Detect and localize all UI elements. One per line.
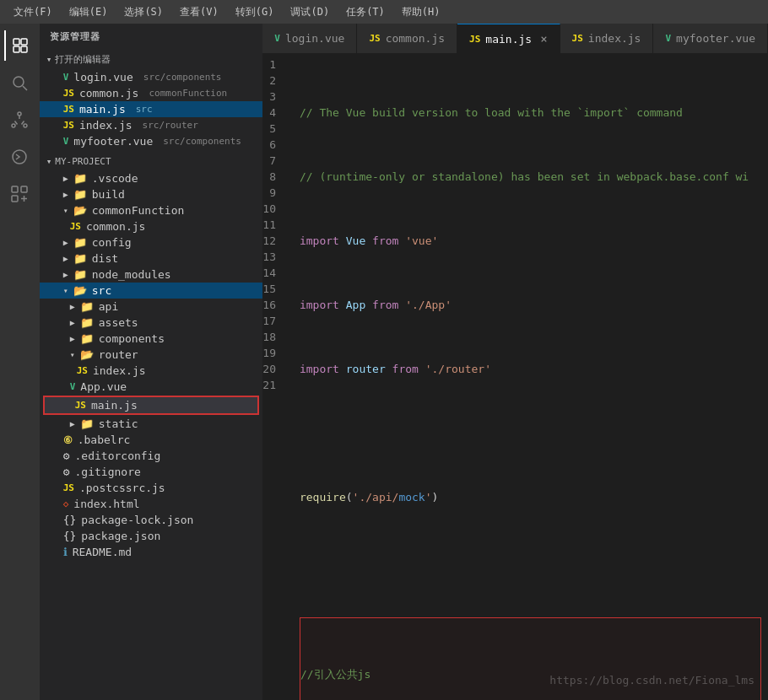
str-vue: 'vue' [405, 234, 438, 247]
tab-index-js[interactable]: JS index.js [560, 24, 654, 53]
line-num-16: 16 [262, 297, 286, 313]
menu-goto[interactable]: 转到(G) [229, 3, 281, 21]
js-icon: JS [572, 33, 583, 44]
chevron-right-icon: ▶ [70, 334, 75, 343]
code-line-5: import router from './router' [300, 361, 768, 377]
plain [339, 299, 346, 311]
svg-rect-3 [21, 46, 27, 52]
folder-static[interactable]: ▶ 📁 static [40, 416, 263, 432]
code-line-3: import Vue from 'vue' [300, 233, 768, 249]
file-name: .editorconfig [75, 450, 161, 462]
menu-file[interactable]: 文件(F) [7, 3, 59, 21]
folder-open-icon: 📂 [73, 284, 87, 297]
folder-dist[interactable]: ▶ 📁 dist [40, 250, 263, 267]
file-postcssrc[interactable]: JS .postcssrc.js [40, 480, 263, 496]
comment-text: // The Vue build version to load with th… [300, 106, 683, 119]
file-name: common.js [86, 220, 145, 233]
js-icon: JS [369, 33, 380, 44]
plain [365, 234, 372, 247]
code-content[interactable]: // The Vue build version to load with th… [286, 53, 768, 700]
folder-name: config [92, 236, 132, 249]
file-babelrc[interactable]: ⑥ .babelrc [40, 432, 263, 448]
menu-view[interactable]: 查看(V) [173, 3, 225, 21]
tab-label: common.js [386, 32, 445, 45]
comment-text: // (runtime-only or standalone) has been… [300, 170, 749, 183]
folder-name: assets [99, 316, 138, 329]
svg-point-4 [14, 77, 24, 87]
folder-icon: 📁 [73, 236, 87, 249]
tab-main-js[interactable]: JS main.js × [457, 24, 560, 53]
chevron-right-icon: ▶ [70, 318, 75, 327]
folder-commonfunction[interactable]: ▾ 📂 commonFunction [40, 202, 263, 218]
file-editorconfig[interactable]: ⚙ .editorconfig [40, 448, 263, 464]
folder-node-modules[interactable]: ▶ 📁 node_modules [40, 267, 263, 283]
plain [339, 234, 346, 247]
explorer-icon[interactable] [4, 30, 35, 61]
open-editor-main-js[interactable]: JS main.js src [40, 101, 263, 117]
file-common-js[interactable]: JS common.js [40, 218, 263, 234]
line-num-5: 5 [262, 121, 286, 137]
menu-debug[interactable]: 调试(D) [284, 3, 336, 21]
debug-icon[interactable] [4, 142, 35, 172]
file-name: common.js [79, 87, 138, 100]
svg-rect-0 [14, 39, 19, 45]
file-package-lock-json[interactable]: {} package-lock.json [40, 512, 263, 528]
code-line-2: // (runtime-only or standalone) has been… [300, 169, 768, 185]
folder-build[interactable]: ▶ 📁 build [40, 186, 263, 202]
menu-task[interactable]: 任务(T) [339, 3, 392, 21]
line-num-9: 9 [262, 185, 286, 201]
file-package-json[interactable]: {} package.json [40, 528, 263, 544]
line-num-3: 3 [262, 89, 286, 105]
menu-help[interactable]: 帮助(H) [395, 3, 447, 21]
file-app-vue[interactable]: V App.vue [40, 379, 263, 395]
tab-login-vue[interactable]: V login.vue [262, 24, 357, 53]
menu-edit[interactable]: 编辑(E) [62, 3, 115, 21]
tab-common-js[interactable]: JS common.js [357, 24, 457, 53]
folder-config[interactable]: ▶ 📁 config [40, 234, 263, 250]
folder-components[interactable]: ▶ 📁 components [40, 331, 263, 347]
kw-import: import [300, 299, 339, 311]
tab-label: index.js [588, 32, 641, 45]
tab-myfooter-vue[interactable]: V myfooter.vue [653, 24, 768, 53]
html-icon: ◇ [63, 498, 69, 509]
open-editor-myfooter-vue[interactable]: V myfooter.vue src/components [40, 133, 263, 149]
folder-api[interactable]: ▶ 📁 api [40, 299, 263, 315]
folder-src[interactable]: ▾ 📂 src [40, 283, 263, 299]
project-section[interactable]: ▾ MY-PROJECT [40, 153, 263, 170]
file-name: .babelrc [78, 433, 131, 446]
open-editor-login-vue[interactable]: V login.vue src/components [40, 69, 263, 85]
plain [300, 555, 306, 568]
folder-router[interactable]: ▾ 📂 router [40, 347, 263, 363]
str-router: './router' [425, 363, 491, 375]
code-line-7: require('./api/mock') [300, 489, 768, 505]
search-icon[interactable] [4, 67, 35, 98]
file-name: main.js [79, 103, 126, 116]
folder-vscode[interactable]: ▶ 📁 .vscode [40, 170, 263, 186]
menu-select[interactable]: 选择(S) [117, 3, 170, 21]
folder-icon: 📁 [80, 300, 94, 313]
extensions-icon[interactable] [4, 179, 35, 209]
file-path: src/router [143, 120, 198, 131]
plain: ) [432, 491, 439, 503]
git-icon[interactable] [4, 105, 35, 135]
js-icon: JS [63, 482, 74, 493]
folder-icon: 📁 [73, 188, 87, 201]
open-editor-index-js[interactable]: JS index.js src/router [40, 117, 263, 133]
str-mock: './api/mock' [353, 491, 432, 503]
open-editor-common-js[interactable]: JS common.js commonFunction [40, 85, 263, 101]
tab-close-button[interactable]: × [540, 32, 547, 46]
file-readme-md[interactable]: ℹ README.md [40, 544, 263, 560]
vue-icon: V [63, 72, 69, 83]
file-gitignore[interactable]: ⚙ .gitignore [40, 464, 263, 480]
file-router-index-js[interactable]: JS index.js [40, 363, 263, 379]
js-icon: JS [63, 88, 74, 99]
folder-assets[interactable]: ▶ 📁 assets [40, 315, 263, 331]
folder-open-icon: 📂 [80, 348, 94, 361]
file-path: src/components [143, 72, 222, 83]
open-editors-section[interactable]: ▾ 打开的编辑器 [40, 50, 263, 69]
editor-area: V login.vue JS common.js JS main.js × JS… [262, 24, 768, 700]
file-index-html[interactable]: ◇ index.html [40, 496, 263, 512]
folder-icon: 📁 [80, 332, 94, 345]
line-num-8: 8 [262, 169, 286, 185]
file-main-js-selected[interactable]: JS main.js [43, 396, 260, 415]
